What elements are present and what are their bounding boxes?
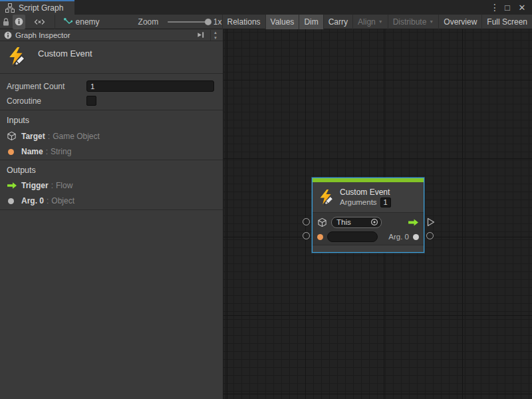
node-arguments-label: Arguments: [340, 198, 377, 206]
input-row-target: Target : Game Object: [7, 131, 216, 141]
arg0-output-port[interactable]: [413, 234, 419, 240]
argument-count-label: Argument Count: [7, 82, 86, 91]
lock-icon[interactable]: [0, 15, 13, 29]
object-picker-icon[interactable]: [370, 218, 378, 226]
code-literal-icon[interactable]: [25, 15, 55, 29]
orange-port-dot: [7, 149, 21, 155]
panel-spinner: ▲ ▼: [210, 30, 220, 41]
script-graph-icon: [5, 3, 15, 13]
zoom-slider-knob[interactable]: [205, 19, 211, 25]
align-dropdown[interactable]: Align ▼: [352, 15, 388, 29]
info-toggle-button[interactable]: [13, 15, 25, 29]
cube-icon: [7, 131, 21, 141]
toolbar-buttons: Relations Values Dim Carry Align ▼ Distr…: [222, 15, 532, 29]
values-button[interactable]: Values: [265, 15, 299, 29]
spinner-down-icon[interactable]: ▼: [211, 35, 220, 41]
dock-panel-icon[interactable]: [196, 31, 205, 39]
event-title: Custom Event: [38, 47, 92, 59]
dim-button[interactable]: Dim: [299, 15, 323, 29]
zoom-slider[interactable]: [168, 21, 209, 23]
outputs-header: Outputs: [7, 166, 216, 175]
graph-name: enemy: [76, 17, 100, 27]
argument-count-field[interactable]: [86, 80, 214, 92]
node-row-target: This: [317, 215, 419, 229]
info-icon: [4, 31, 12, 39]
overview-button[interactable]: Overview: [438, 15, 481, 29]
custom-event-icon: [7, 47, 27, 66]
toolbar-separator: [55, 15, 55, 29]
outputs-section: Outputs Trigger : Flow Arg. 0 : Object: [0, 160, 223, 210]
window-controls: ⋮ □ ✕: [491, 0, 532, 15]
green-flow-arrow-icon: [7, 182, 21, 190]
name-value-field[interactable]: [327, 231, 378, 242]
event-header: Custom Event: [0, 41, 223, 74]
name-input-port[interactable]: [317, 234, 323, 240]
zoom-label: Zoom: [138, 17, 159, 27]
maximize-icon[interactable]: □: [501, 1, 513, 13]
argument-count-row: Argument Count: [7, 80, 216, 92]
tab-script-graph[interactable]: Script Graph: [0, 0, 74, 15]
graph-node-icon: [63, 17, 72, 27]
output-row-arg0: Arg. 0 : Object: [7, 196, 216, 205]
gray-port-dot: [7, 198, 21, 204]
chevron-down-icon: ▼: [378, 19, 383, 24]
panel-title: Graph Inspector: [15, 31, 193, 39]
graph-toolbar: enemy Zoom 1x Relations Values Dim Carry…: [0, 15, 532, 29]
arg0-label: Arg. 0: [388, 233, 409, 241]
node-footer: [313, 245, 424, 252]
unity-script-graph-window: { "titlebar": { "tab_label": "Script Gra…: [0, 0, 532, 399]
target-dropdown[interactable]: This: [331, 217, 382, 228]
coroutine-label: Coroutine: [7, 96, 86, 106]
node-header: Custom Event Arguments 1: [313, 182, 424, 212]
inputs-section: Inputs Target : Game Object Name : Strin…: [0, 110, 223, 160]
zoom-value: 1x: [213, 17, 222, 27]
target-external-port[interactable]: [303, 218, 310, 225]
coroutine-checkbox[interactable]: [86, 96, 96, 106]
info-icon: [15, 17, 23, 26]
node-arguments-value[interactable]: 1: [380, 198, 391, 207]
close-icon[interactable]: ✕: [516, 1, 528, 13]
node-body: This Arg. 0: [313, 212, 424, 245]
distribute-dropdown[interactable]: Distribute ▼: [388, 15, 439, 29]
graph-canvas[interactable]: Custom Event Arguments 1 This: [223, 29, 532, 399]
arg0-external-port[interactable]: [426, 232, 434, 239]
cube-icon: [317, 217, 327, 227]
node-row-name: Arg. 0: [317, 229, 419, 244]
graph-inspector-panel: Graph Inspector ▲ ▼ Custom Event Argumen…: [0, 29, 223, 399]
full-screen-button[interactable]: Full Screen: [481, 15, 532, 29]
window-titlebar: Script Graph ⋮ □ ✕: [0, 0, 532, 15]
trigger-output-arrow-icon[interactable]: [408, 218, 419, 227]
custom-event-node[interactable]: Custom Event Arguments 1 This: [312, 178, 424, 253]
trigger-external-port[interactable]: [427, 217, 435, 227]
inputs-header: Inputs: [7, 116, 216, 125]
coroutine-row: Coroutine: [7, 94, 216, 107]
tab-label: Script Graph: [19, 3, 63, 13]
graph-inspector-header: Graph Inspector ▲ ▼: [0, 29, 223, 41]
custom-event-icon: [318, 189, 334, 205]
output-row-trigger: Trigger : Flow: [7, 181, 216, 190]
carry-button[interactable]: Carry: [323, 15, 352, 29]
name-external-port[interactable]: [303, 232, 310, 239]
node-title: Custom Event: [340, 188, 391, 197]
graph-breadcrumb[interactable]: enemy: [63, 15, 100, 29]
relations-button[interactable]: Relations: [222, 15, 265, 29]
window-menu-icon[interactable]: ⋮: [491, 1, 499, 13]
chevron-down-icon: ▼: [429, 19, 434, 24]
event-settings: Argument Count Coroutine: [0, 74, 223, 110]
spinner-up-icon[interactable]: ▲: [211, 30, 220, 35]
input-row-name: Name : String: [7, 147, 216, 156]
